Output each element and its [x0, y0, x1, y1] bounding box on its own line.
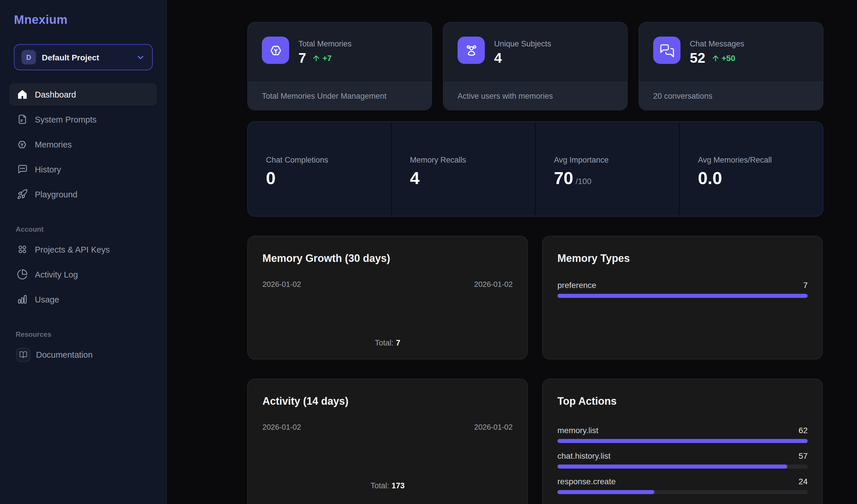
- chart-date-end: 2026-01-02: [474, 280, 513, 289]
- metric-label: Avg Importance: [554, 156, 679, 164]
- bar-row: memory.list 62: [557, 425, 808, 443]
- chart-total: Total:173: [248, 481, 527, 490]
- book-open-icon: [16, 348, 30, 362]
- sidebar-item-system-prompts[interactable]: System Prompts: [9, 108, 157, 131]
- bar-row: preference 7: [557, 280, 808, 298]
- home-icon: [16, 88, 28, 100]
- bar-row: chat.history.list 57: [557, 451, 808, 469]
- chevron-down-icon: [136, 53, 145, 62]
- resources-list: Documentation: [0, 343, 166, 366]
- sidebar-item-label: Memories: [35, 140, 72, 149]
- sidebar-item-label: History: [35, 165, 61, 174]
- bar-chart-icon: [16, 293, 28, 305]
- sidebar-item-history[interactable]: History: [9, 158, 157, 181]
- card-title: Top Actions: [557, 396, 808, 408]
- pie-chart-icon: [16, 269, 28, 280]
- sidebar-item-activity-log[interactable]: Activity Log: [9, 263, 157, 286]
- card-title: Activity (14 days): [263, 396, 513, 408]
- bar-label: preference: [557, 280, 596, 290]
- stat-card-row: Total Memories 7 +7 Total Memories Under…: [247, 22, 823, 110]
- account-list: Projects & API Keys Activity Log Usage: [0, 238, 166, 310]
- bar-value: 57: [799, 451, 808, 461]
- brain-icon: [262, 37, 289, 64]
- sidebar-item-dashboard[interactable]: Dashboard: [9, 83, 157, 106]
- bar-track: [557, 490, 808, 494]
- sidebar-item-label: Projects & API Keys: [35, 245, 110, 254]
- metric-value: 0: [266, 168, 275, 188]
- metric-label: Avg Memories/Recall: [698, 156, 823, 164]
- stat-card-chat-messages: Chat Messages 52 +50 20 conversations: [639, 22, 823, 110]
- bar-track: [557, 294, 808, 298]
- metric-label: Memory Recalls: [410, 156, 535, 164]
- app-window: Mnexium D Default Project Dashboard Syst…: [0, 0, 857, 504]
- bar-value: 7: [803, 280, 808, 290]
- bar-fill: [557, 294, 808, 298]
- metric-chat-completions: Chat Completions 0: [248, 122, 391, 216]
- bar-label: memory.extract: [557, 502, 613, 504]
- metric-avg-importance: Avg Importance 70 /100: [535, 122, 679, 216]
- bar-label: response.create: [557, 476, 616, 487]
- chart-total: Total:7: [248, 338, 527, 347]
- stat-label: Chat Messages: [690, 39, 744, 48]
- sidebar: Mnexium D Default Project Dashboard Syst…: [0, 0, 167, 504]
- card-title: Memory Growth (30 days): [263, 253, 513, 265]
- stat-value: 7: [299, 50, 306, 66]
- sidebar-item-label: System Prompts: [35, 115, 97, 124]
- memory-growth-card: Memory Growth (30 days) 2026-01-02 2026-…: [247, 236, 528, 359]
- stat-delta: +7: [312, 53, 332, 63]
- bar-row: memory.extract 11: [557, 502, 808, 504]
- grid-icon: [16, 243, 28, 255]
- activity-card: Activity (14 days) 2026-01-02 2026-01-02…: [247, 379, 528, 504]
- metric-suffix: /100: [576, 177, 592, 186]
- sidebar-item-label: Activity Log: [35, 270, 78, 279]
- brain-icon: [16, 138, 28, 150]
- chart-date-start: 2026-01-02: [263, 280, 301, 289]
- section-label-resources: Resources: [16, 330, 166, 338]
- metric-value: 0.0: [698, 168, 722, 188]
- sidebar-item-label: Documentation: [36, 350, 93, 359]
- stat-value: 4: [494, 50, 502, 66]
- charts-row-2: Activity (14 days) 2026-01-02 2026-01-02…: [247, 379, 823, 504]
- sidebar-item-documentation[interactable]: Documentation: [9, 343, 157, 366]
- stat-footer: Total Memories Under Management: [248, 82, 432, 110]
- metric-value: 70: [554, 168, 573, 188]
- bar-value: 11: [799, 502, 808, 504]
- project-name: Default Project: [42, 53, 99, 62]
- sidebar-item-playground[interactable]: Playground: [9, 183, 157, 205]
- sidebar-item-label: Playground: [35, 189, 78, 199]
- stat-footer: 20 conversations: [639, 82, 823, 110]
- project-selector[interactable]: D Default Project: [14, 44, 153, 70]
- project-avatar: D: [21, 50, 36, 65]
- messages-icon: [653, 37, 680, 64]
- bar-fill: [557, 465, 787, 469]
- metric-value: 4: [410, 168, 420, 188]
- section-label-account: Account: [16, 225, 166, 233]
- stat-label: Total Memories: [299, 39, 352, 48]
- sidebar-item-projects-api-keys[interactable]: Projects & API Keys: [9, 238, 157, 261]
- bar-fill: [557, 439, 808, 443]
- arrow-up-icon: [711, 54, 720, 63]
- file-text-icon: [16, 114, 28, 125]
- bar-fill: [557, 490, 654, 494]
- stat-label: Unique Subjects: [494, 39, 551, 48]
- metric-label: Chat Completions: [266, 156, 391, 164]
- main-content: Total Memories 7 +7 Total Memories Under…: [167, 0, 857, 504]
- card-title: Memory Types: [557, 253, 808, 265]
- sidebar-item-label: Dashboard: [35, 90, 76, 99]
- bar-track: [557, 465, 808, 469]
- sidebar-item-memories[interactable]: Memories: [9, 133, 157, 156]
- stat-footer: Active users with memories: [443, 82, 627, 110]
- metric-avg-memories-recall: Avg Memories/Recall 0.0: [679, 122, 823, 216]
- bar-label: memory.list: [557, 425, 598, 436]
- bar-track: [557, 439, 808, 443]
- stat-value: 52: [690, 50, 705, 66]
- chat-dots-icon: [16, 164, 28, 175]
- sidebar-item-usage[interactable]: Usage: [9, 288, 157, 310]
- rocket-icon: [16, 188, 28, 200]
- chart-date-start: 2026-01-02: [263, 423, 301, 432]
- charts-row-1: Memory Growth (30 days) 2026-01-02 2026-…: [247, 236, 823, 359]
- users-icon: [457, 37, 485, 64]
- sidebar-nav: Dashboard System Prompts Memories Histor…: [0, 83, 166, 205]
- stat-card-total-memories: Total Memories 7 +7 Total Memories Under…: [247, 22, 432, 110]
- stat-card-unique-subjects: Unique Subjects 4 Active users with memo…: [443, 22, 628, 110]
